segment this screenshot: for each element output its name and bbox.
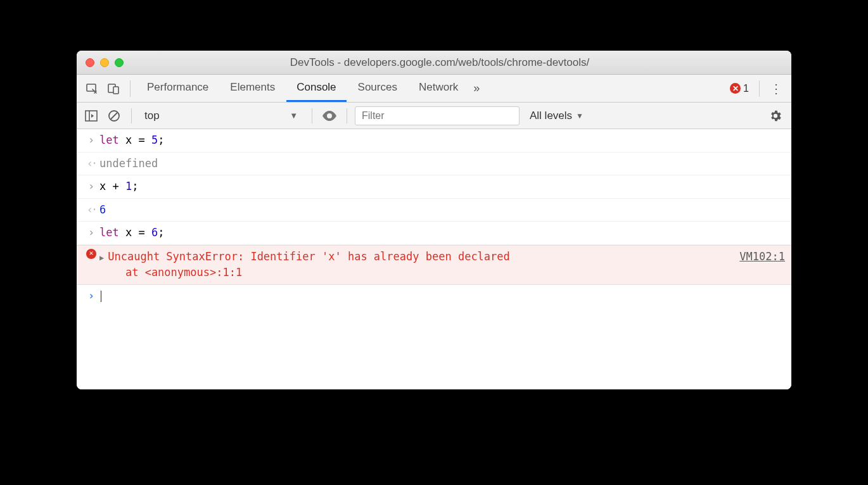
- divider: [131, 108, 132, 123]
- console-output-value: undefined: [99, 156, 785, 172]
- live-expression-icon[interactable]: [320, 106, 339, 125]
- svg-rect-2: [113, 87, 118, 94]
- console-output[interactable]: ›let x = 5;‹·undefined›x + 1;‹·6›let x =…: [77, 129, 791, 389]
- input-chevron-icon: ›: [83, 132, 99, 149]
- traffic-lights: [86, 58, 124, 67]
- console-row: ›let x = 5;: [77, 129, 791, 153]
- tab-performance[interactable]: Performance: [137, 75, 219, 102]
- console-row: ‹·undefined: [77, 153, 791, 176]
- console-input-text: let x = 5;: [99, 132, 785, 149]
- prompt-chevron-icon: ›: [83, 288, 99, 305]
- input-chevron-icon: ›: [83, 225, 99, 241]
- console-toolbar: top ▼ All levels ▼: [77, 103, 791, 129]
- svg-rect-0: [87, 84, 96, 91]
- tab-sources[interactable]: Sources: [348, 75, 407, 102]
- close-button[interactable]: [86, 58, 94, 67]
- divider: [130, 80, 131, 97]
- context-label: top: [144, 110, 160, 122]
- output-chevron-icon: ‹·: [83, 202, 99, 218]
- inspect-element-icon[interactable]: [82, 79, 102, 99]
- console-prompt[interactable]: ›: [77, 285, 791, 308]
- input-chevron-icon: ›: [83, 179, 99, 195]
- zoom-button[interactable]: [115, 58, 124, 67]
- error-icon: ✕: [83, 249, 99, 281]
- console-output-value: 6: [99, 202, 785, 218]
- devtools-window: DevTools - developers.google.com/web/too…: [77, 51, 791, 389]
- error-count: 1: [743, 83, 749, 94]
- divider: [312, 108, 312, 123]
- divider: [347, 108, 347, 123]
- prompt-input[interactable]: [99, 288, 785, 305]
- console-input-text: x + 1;: [99, 179, 785, 195]
- tab-elements[interactable]: Elements: [220, 75, 285, 102]
- console-row: ›x + 1;: [77, 175, 791, 199]
- minimize-button[interactable]: [100, 58, 109, 67]
- kebab-menu-icon[interactable]: ⋮: [766, 79, 786, 99]
- output-chevron-icon: ‹·: [83, 156, 99, 172]
- error-icon: ✕: [730, 83, 741, 94]
- console-error-text: ▶Uncaught SyntaxError: Identifier 'x' ha…: [99, 249, 729, 281]
- clear-console-icon[interactable]: [105, 106, 124, 125]
- tabs-overflow-icon[interactable]: »: [469, 82, 483, 95]
- console-row: ›let x = 6;: [77, 222, 791, 245]
- titlebar: DevTools - developers.google.com/web/too…: [77, 51, 791, 75]
- device-toolbar-icon[interactable]: [103, 79, 124, 99]
- filter-input[interactable]: [355, 106, 520, 125]
- divider: [759, 80, 760, 97]
- console-row: ‹·6: [77, 199, 791, 222]
- tab-network[interactable]: Network: [409, 75, 468, 102]
- main-tabs: Performance Elements Console Sources Net…: [77, 75, 791, 103]
- tab-console[interactable]: Console: [286, 75, 346, 102]
- execution-context-select[interactable]: top ▼: [139, 106, 304, 125]
- console-row: ✕▶Uncaught SyntaxError: Identifier 'x' h…: [77, 245, 791, 285]
- window-title: DevTools - developers.google.com/web/too…: [135, 56, 744, 69]
- console-input-text: let x = 6;: [99, 225, 785, 241]
- chevron-down-icon: ▼: [576, 111, 584, 120]
- chevron-down-icon: ▼: [290, 111, 298, 120]
- svg-line-6: [111, 113, 117, 119]
- levels-label: All levels: [530, 110, 572, 122]
- error-count-badge[interactable]: ✕ 1: [730, 83, 753, 94]
- expand-error-icon[interactable]: ▶: [99, 253, 104, 262]
- log-levels-select[interactable]: All levels ▼: [523, 110, 590, 122]
- toggle-sidebar-icon[interactable]: [82, 106, 101, 125]
- settings-icon[interactable]: [769, 109, 786, 123]
- error-source-link[interactable]: VM102:1: [729, 249, 785, 281]
